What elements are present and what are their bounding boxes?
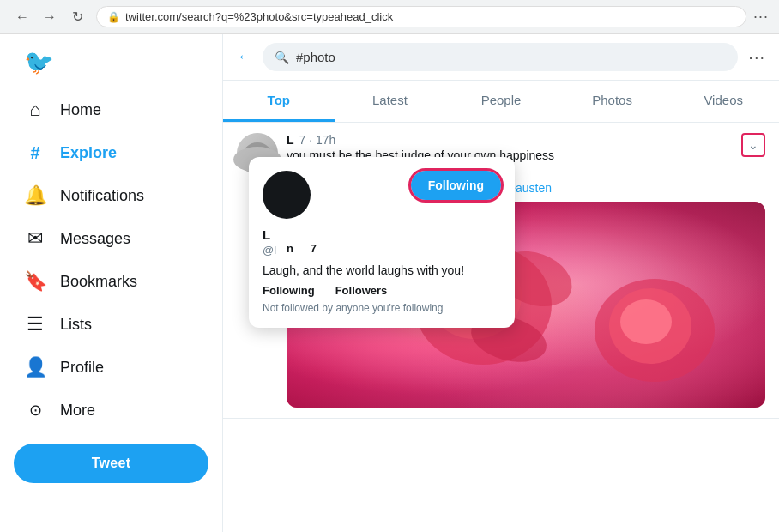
tweet-more-button[interactable]: ⌄ (741, 133, 765, 157)
popup-stats: n 7 (287, 242, 317, 255)
tweet-username: L (287, 133, 294, 147)
search-header: ← 🔍 #photo ··· (223, 34, 779, 81)
tab-latest[interactable]: Latest (335, 81, 446, 122)
sidebar-label-bookmarks: Bookmarks (60, 273, 137, 291)
following-count-label: Following (263, 284, 315, 297)
popup-mutual-text: Not followed by anyone you're following (263, 302, 501, 314)
browser-chrome: ← → ↻ 🔒 twitter.com/search?q=%23photo&sr… (0, 0, 779, 34)
app-container: 🐦 ⌂ Home # Explore 🔔 Notifications ✉ Mes… (0, 34, 779, 532)
sidebar-item-profile[interactable]: 👤 Profile (14, 348, 208, 387)
popup-username: L (263, 227, 501, 242)
sidebar-label-home: Home (60, 101, 101, 119)
address-bar[interactable]: 🔒 twitter.com/search?q=%23photo&src=type… (96, 6, 746, 27)
sidebar-label-more: More (60, 402, 95, 420)
tab-photos[interactable]: Photos (557, 81, 668, 122)
search-icon: 🔍 (275, 51, 289, 64)
search-back-button[interactable]: ← (237, 48, 252, 66)
sidebar-item-messages[interactable]: ✉ Messages (14, 219, 208, 258)
sidebar-label-lists: Lists (60, 316, 92, 334)
sidebar-label-explore: Explore (60, 144, 117, 162)
tab-top[interactable]: Top (223, 81, 335, 122)
lock-icon: 🔒 (107, 11, 120, 23)
tweet-button[interactable]: Tweet (14, 444, 208, 483)
tab-people[interactable]: People (445, 81, 557, 122)
sidebar-item-bookmarks[interactable]: 🔖 Bookmarks (14, 262, 208, 301)
twitter-logo[interactable]: 🐦 (14, 41, 208, 87)
url-text: twitter.com/search?q=%23photo&src=typeah… (125, 10, 393, 23)
lists-icon: ☰ (24, 313, 46, 336)
stat-value: 7 (311, 242, 317, 255)
sidebar-label-messages: Messages (60, 230, 130, 248)
more-icon: ⊙ (24, 399, 46, 421)
user-popup-card: Following L @l n 7 Laugh, and the world … (249, 157, 515, 328)
popup-follow-counts: Following Followers (263, 284, 501, 297)
profile-icon: 👤 (24, 356, 46, 378)
tweet-card: L 7 · 17h you must be the best judge of … (223, 123, 779, 419)
notifications-icon: 🔔 (24, 184, 46, 207)
reload-button[interactable]: ↻ (65, 5, 89, 29)
followers-count-label: Followers (335, 284, 388, 297)
popup-avatar (263, 171, 311, 219)
popup-bio: Laugh, and the world laughs with you! (263, 263, 501, 277)
content-area: L 7 · 17h you must be the best judge of … (223, 123, 779, 532)
messages-icon: ✉ (24, 227, 46, 250)
search-query: #photo (296, 50, 335, 64)
browser-nav: ← → ↻ (10, 5, 89, 29)
sidebar: 🐦 ⌂ Home # Explore 🔔 Notifications ✉ Mes… (0, 34, 223, 532)
search-bar[interactable]: 🔍 #photo (263, 43, 738, 71)
tweet-time: 7 · 17h (299, 133, 336, 147)
explore-icon: # (24, 142, 46, 164)
browser-more-button[interactable]: ··· (753, 8, 769, 26)
search-tabs: Top Latest People Photos Videos (223, 81, 779, 123)
sidebar-item-more[interactable]: ⊙ More (14, 390, 208, 430)
sidebar-label-profile: Profile (60, 359, 104, 377)
sidebar-item-notifications[interactable]: 🔔 Notifications (14, 176, 208, 215)
stat-label: n (287, 242, 293, 255)
tweet-user-row: L 7 · 17h (287, 133, 733, 147)
forward-button[interactable]: → (38, 5, 62, 29)
following-button[interactable]: Following (411, 171, 501, 200)
sidebar-label-notifications: Notifications (60, 187, 144, 205)
sidebar-item-explore[interactable]: # Explore (14, 133, 208, 172)
sidebar-item-lists[interactable]: ☰ Lists (14, 305, 208, 344)
back-button[interactable]: ← (10, 5, 34, 29)
home-icon: ⌂ (24, 99, 46, 121)
sidebar-item-home[interactable]: ⌂ Home (14, 90, 208, 130)
bookmarks-icon: 🔖 (24, 270, 46, 293)
svg-point-9 (620, 299, 672, 344)
search-more-button[interactable]: ··· (748, 47, 765, 67)
popup-handle: @l (263, 244, 276, 257)
tab-videos[interactable]: Videos (667, 81, 779, 122)
main-content: ← 🔍 #photo ··· Top Latest People Photos … (223, 34, 779, 532)
